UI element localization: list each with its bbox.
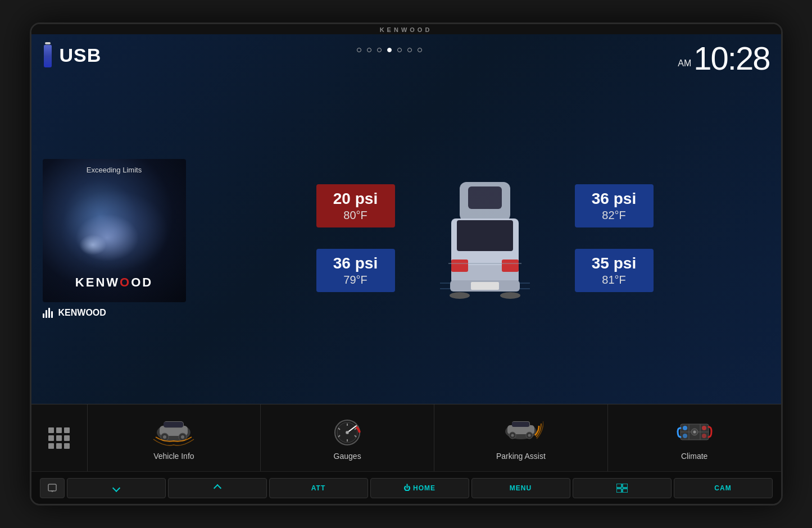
tpms-front-right-temp: 82°F (583, 209, 646, 222)
gauges-icon (330, 416, 364, 448)
album-brand-text2: OD (131, 275, 153, 289)
svg-rect-56 (616, 484, 622, 488)
dot-4-active[interactable] (387, 48, 392, 52)
svg-point-48 (702, 426, 706, 430)
grid-icon (48, 427, 70, 449)
bottom-nav: Vehicle Info (31, 404, 781, 471)
nav-menu-button[interactable] (31, 404, 88, 471)
album-section: Exceeding Limits KENWOOD KENWOOD (43, 159, 189, 318)
tpms-front-left-psi: 20 psi (324, 190, 387, 208)
home-label: HOME (413, 484, 436, 492)
tpms-rear-left: 36 psi 79°F (316, 249, 395, 292)
split-screen-icon (616, 484, 628, 493)
am-label: AM (678, 58, 691, 68)
tpms-rear-left-temp: 79°F (324, 274, 387, 286)
nav-vehicle-info[interactable]: Vehicle Info (88, 404, 261, 471)
track-label: KENWOOD (58, 308, 106, 318)
menu-button[interactable]: MENU (471, 478, 570, 498)
chevron-up-icon (213, 484, 221, 491)
music-bars-icon (43, 308, 53, 318)
tpms-section: 20 psi 80°F (200, 176, 770, 300)
tpms-front-right-psi: 36 psi (583, 190, 646, 208)
main-screen: USB AM10:28 (31, 34, 781, 471)
header-row: USB AM10:28 (31, 34, 781, 78)
home-button[interactable]: ⏻ HOME (370, 478, 469, 498)
svg-rect-59 (623, 489, 628, 493)
climate-label: Climate (681, 452, 707, 461)
track-row: KENWOOD (43, 308, 189, 318)
device-unit: KENWOOD USB (30, 22, 783, 506)
svg-rect-19 (164, 422, 183, 427)
svg-rect-8 (502, 260, 519, 272)
svg-rect-53 (48, 484, 56, 491)
car-diagram (401, 176, 569, 300)
power-display-button[interactable] (40, 478, 65, 498)
svg-point-15 (500, 292, 520, 299)
svg-rect-38 (512, 422, 529, 427)
svg-point-14 (450, 292, 470, 299)
dot-3[interactable] (377, 48, 382, 52)
scroll-down-button[interactable] (67, 478, 166, 498)
parking-assist-icon (498, 416, 543, 448)
display-icon (48, 484, 57, 493)
content-row: Exceeding Limits KENWOOD KENWOOD (31, 78, 781, 404)
nav-gauges[interactable]: Gauges (261, 404, 434, 471)
svg-point-42 (528, 434, 530, 436)
att-label: ATT (311, 484, 325, 492)
car-svg (440, 176, 530, 300)
tpms-rear-right: 35 psi 81°F (575, 249, 654, 292)
parking-assist-label: Parking Assist (496, 452, 546, 461)
svg-rect-7 (451, 260, 468, 272)
tpms-front-right: 36 psi 82°F (575, 184, 654, 227)
brand-label: KENWOOD (31, 24, 781, 34)
climate-icon (675, 416, 714, 448)
album-brand: KENWOOD (49, 275, 179, 290)
svg-rect-3 (457, 220, 513, 251)
usb-label: USB (60, 44, 102, 66)
tpms-rear-left-psi: 36 psi (324, 254, 387, 272)
att-button[interactable]: ATT (269, 478, 368, 498)
svg-rect-58 (616, 489, 622, 493)
menu-label: MENU (510, 484, 532, 492)
split-screen-button[interactable] (573, 478, 672, 498)
vehicle-info-label: Vehicle Info (153, 452, 194, 461)
dot-7[interactable] (418, 48, 422, 52)
home-icon-group: ⏻ HOME (403, 484, 436, 492)
gauges-label: Gauges (334, 452, 361, 461)
page-dots (357, 42, 422, 52)
time-section: AM10:28 (678, 42, 769, 75)
svg-rect-6 (471, 282, 499, 290)
tpms-rear-right-psi: 35 psi (583, 254, 646, 272)
svg-point-21 (163, 435, 166, 439)
dot-5[interactable] (397, 48, 402, 52)
album-art[interactable]: Exceeding Limits KENWOOD (43, 159, 186, 302)
tpms-front-left: 20 psi 80°F (316, 184, 395, 227)
album-title: Exceeding Limits (49, 166, 179, 174)
album-brand-red: O (120, 275, 131, 289)
usb-section: USB (43, 42, 102, 68)
svg-point-47 (683, 426, 687, 430)
tpms-grid: 20 psi 80°F (316, 176, 654, 300)
svg-point-50 (702, 434, 706, 438)
tpms-rear-right-temp: 81°F (583, 274, 646, 286)
screen-content: USB AM10:28 (31, 34, 781, 471)
dot-2[interactable] (367, 48, 371, 52)
cam-label: CAM (714, 484, 731, 492)
svg-point-40 (511, 434, 514, 436)
nav-climate[interactable]: Climate (608, 404, 781, 471)
nav-parking-assist[interactable]: Parking Assist (434, 404, 608, 471)
svg-point-34 (346, 431, 348, 434)
svg-point-23 (181, 435, 184, 439)
tpms-front-left-temp: 80°F (324, 209, 387, 222)
cam-button[interactable]: CAM (674, 478, 773, 498)
vehicle-info-icon (151, 416, 196, 448)
scroll-up-button[interactable] (168, 478, 267, 498)
clock: 10:28 (693, 40, 769, 76)
dot-6[interactable] (407, 48, 412, 52)
dot-1[interactable] (357, 48, 361, 52)
chevron-down-icon (112, 484, 120, 491)
power-symbol: ⏻ (403, 484, 411, 492)
svg-point-52 (693, 430, 696, 433)
svg-point-49 (683, 434, 687, 438)
album-brand-text: KENW (75, 275, 120, 289)
